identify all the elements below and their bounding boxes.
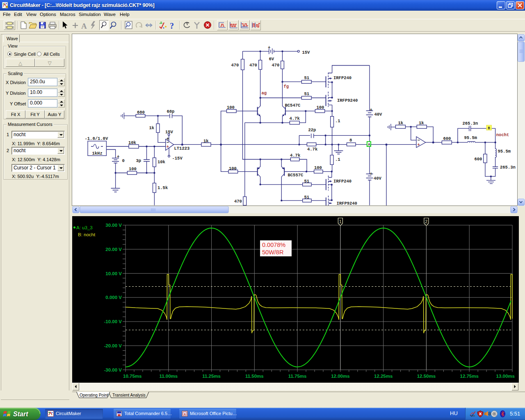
svg-text:12.75ms: 12.75ms <box>460 374 478 379</box>
svg-text:100: 100 <box>229 166 237 171</box>
svg-text:470: 470 <box>231 63 239 68</box>
svg-text:3p: 3p <box>136 158 142 163</box>
svg-text:1k: 1k <box>419 121 424 126</box>
svg-text:BC557C: BC557C <box>288 173 304 178</box>
svg-text:4.7k: 4.7k <box>307 147 317 152</box>
svg-text:IRFP240: IRFP240 <box>333 75 352 80</box>
svg-text:10.00 V: 10.00 V <box>105 271 122 276</box>
svg-text:Transient Analysis: Transient Analysis <box>112 393 146 397</box>
svg-text:11.50ms: 11.50ms <box>245 374 264 379</box>
svg-text:8: 8 <box>349 138 352 143</box>
svg-text:+: + <box>370 107 372 112</box>
svg-text:B: B <box>488 126 490 130</box>
svg-text:265.3n: 265.3n <box>463 121 478 126</box>
svg-text:?: ? <box>170 21 174 30</box>
svg-text:LT1223: LT1223 <box>174 146 190 151</box>
svg-text:.1: .1 <box>335 119 340 123</box>
svg-text:10k: 10k <box>158 160 165 164</box>
svg-text:22p: 22p <box>308 128 316 132</box>
svg-text:15V: 15V <box>302 50 310 55</box>
svg-text:50W/8R: 50W/8R <box>262 249 283 256</box>
svg-text:5:51: 5:51 <box>510 411 520 417</box>
svg-text:-20.00 V: -20.00 V <box>104 343 122 348</box>
svg-text:A: A <box>81 22 87 30</box>
svg-text:1k: 1k <box>149 126 155 130</box>
svg-text:12.25ms: 12.25ms <box>374 374 393 379</box>
svg-text:-1.8/1.8V: -1.8/1.8V <box>85 136 108 141</box>
svg-text:Operating Point: Operating Point <box>80 393 108 397</box>
svg-text:Start: Start <box>13 411 28 418</box>
svg-text:A: A <box>368 142 370 147</box>
svg-text:1k: 1k <box>398 121 404 126</box>
svg-text:-30.00 V: -30.00 V <box>104 368 122 372</box>
svg-text:30.00 V: 30.00 V <box>105 223 122 228</box>
svg-text:470: 470 <box>249 63 257 68</box>
svg-text:95.5m: 95.5m <box>464 135 477 140</box>
svg-text:10k: 10k <box>128 140 136 145</box>
svg-text:15V: 15V <box>165 130 173 135</box>
svg-text:40V: 40V <box>374 112 383 117</box>
svg-text:13.00ms: 13.00ms <box>496 374 515 379</box>
svg-text:51: 51 <box>304 179 310 184</box>
svg-text:IRFP9240: IRFP9240 <box>337 201 357 206</box>
svg-text:95.5m: 95.5m <box>498 149 511 154</box>
svg-text:470: 470 <box>272 63 280 68</box>
svg-text:+: + <box>417 142 420 147</box>
svg-text:+: + <box>117 154 119 159</box>
svg-text:IRFP240: IRFP240 <box>333 179 352 184</box>
svg-text:A: u3_3: A: u3_3 <box>76 225 93 230</box>
svg-text:51: 51 <box>304 75 310 80</box>
svg-text:100: 100 <box>227 105 235 110</box>
svg-text:2: 2 <box>425 219 427 224</box>
svg-text:ag: ag <box>262 91 267 96</box>
svg-text:B: nocht: B: nocht <box>78 232 96 237</box>
svg-text:1: 1 <box>339 219 342 224</box>
svg-text:600: 600 <box>443 136 451 141</box>
svg-text:+: + <box>370 171 372 176</box>
svg-text:51: 51 <box>304 195 310 200</box>
svg-text:680: 680 <box>137 110 145 115</box>
svg-text:600: 600 <box>475 157 482 162</box>
svg-text:100: 100 <box>314 165 322 170</box>
svg-text:100: 100 <box>129 167 137 171</box>
svg-text:nocht: nocht <box>496 132 509 137</box>
svg-text:12.00ms: 12.00ms <box>331 374 349 379</box>
svg-text:BC547C: BC547C <box>285 103 301 108</box>
svg-text:51: 51 <box>304 91 310 96</box>
svg-text:68p: 68p <box>167 109 175 114</box>
svg-text:1k: 1k <box>203 139 209 144</box>
svg-text:.1: .1 <box>335 157 340 162</box>
svg-text:6V: 6V <box>269 57 274 62</box>
svg-text:12.50ms: 12.50ms <box>417 374 436 379</box>
svg-text:11.75ms: 11.75ms <box>288 374 307 379</box>
svg-text:20.00 V: 20.00 V <box>105 247 122 252</box>
svg-text:0.000 V: 0.000 V <box>105 295 122 300</box>
svg-text:265.3n: 265.3n <box>500 165 516 170</box>
svg-text:11.25ms: 11.25ms <box>202 374 221 379</box>
svg-text:40V: 40V <box>374 176 382 181</box>
svg-text:11.00ms: 11.00ms <box>159 374 178 379</box>
svg-text:0: 0 <box>122 158 125 163</box>
svg-text:100: 100 <box>317 105 324 110</box>
svg-text:470: 470 <box>234 199 242 204</box>
svg-text:+: + <box>167 144 169 149</box>
svg-text:1.5k: 1.5k <box>158 185 168 190</box>
svg-text:-10.00 V: -10.00 V <box>104 319 122 324</box>
svg-text:fg: fg <box>284 84 289 89</box>
svg-text:1kHz: 1kHz <box>92 151 103 156</box>
svg-text:+: + <box>268 45 270 50</box>
svg-text:4.7k: 4.7k <box>290 153 300 158</box>
svg-text:0.0078%: 0.0078% <box>262 242 285 248</box>
svg-text:10.75ms: 10.75ms <box>123 374 142 379</box>
svg-text:-15V: -15V <box>172 156 183 161</box>
svg-text:4.7k: 4.7k <box>290 116 300 121</box>
svg-text:IRFP9240: IRFP9240 <box>337 98 358 103</box>
